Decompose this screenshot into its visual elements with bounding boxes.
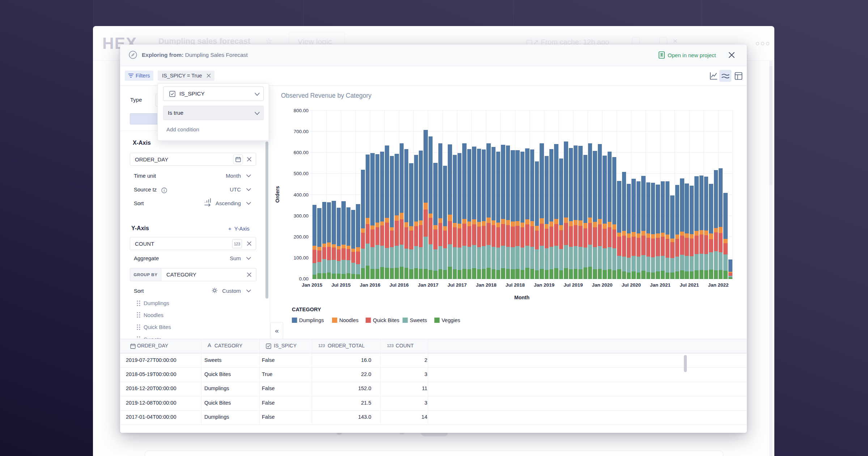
svg-text:Jan 2018: Jan 2018 [476, 282, 497, 288]
svg-text:Dumplings: Dumplings [299, 317, 324, 323]
svg-text:Jul 2021: Jul 2021 [680, 282, 699, 288]
svg-text:200.00: 200.00 [294, 234, 309, 240]
svg-text:Jul 2020: Jul 2020 [622, 282, 641, 288]
svg-text:Noodles: Noodles [339, 317, 358, 323]
svg-text:Jul 2019: Jul 2019 [563, 282, 583, 288]
svg-text:Jan 2017: Jan 2017 [418, 282, 438, 288]
svg-text:Veggies: Veggies [442, 317, 460, 323]
svg-text:Jul 2016: Jul 2016 [390, 282, 409, 288]
svg-text:Jan 2020: Jan 2020 [592, 282, 613, 288]
svg-text:800.00: 800.00 [294, 108, 309, 113]
svg-text:Jan 2015: Jan 2015 [302, 282, 323, 288]
svg-text:700.00: 700.00 [294, 129, 309, 134]
svg-text:300.00: 300.00 [294, 213, 309, 219]
svg-text:Observed Revenue by Category: Observed Revenue by Category [281, 92, 371, 99]
svg-text:500.00: 500.00 [294, 171, 309, 176]
svg-text:600.00: 600.00 [294, 150, 309, 155]
svg-text:Jul 2018: Jul 2018 [506, 282, 525, 288]
svg-text:Month: Month [514, 295, 529, 300]
svg-text:100.00: 100.00 [294, 255, 309, 261]
svg-text:Quick Bites: Quick Bites [373, 317, 399, 323]
svg-text:Orders: Orders [275, 186, 280, 203]
svg-text:Jul 2015: Jul 2015 [331, 282, 351, 288]
svg-text:Jan 2016: Jan 2016 [360, 282, 381, 288]
svg-text:Jan 2021: Jan 2021 [650, 282, 671, 288]
svg-text:0.00: 0.00 [299, 276, 309, 282]
svg-text:Sweets: Sweets [410, 317, 427, 323]
svg-text:Jul 2017: Jul 2017 [447, 282, 467, 288]
svg-text:400.00: 400.00 [294, 192, 309, 198]
svg-text:Jan 2022: Jan 2022 [708, 282, 728, 288]
svg-text:CATEGORY: CATEGORY [292, 307, 321, 312]
svg-text:Jan 2019: Jan 2019 [534, 282, 554, 288]
